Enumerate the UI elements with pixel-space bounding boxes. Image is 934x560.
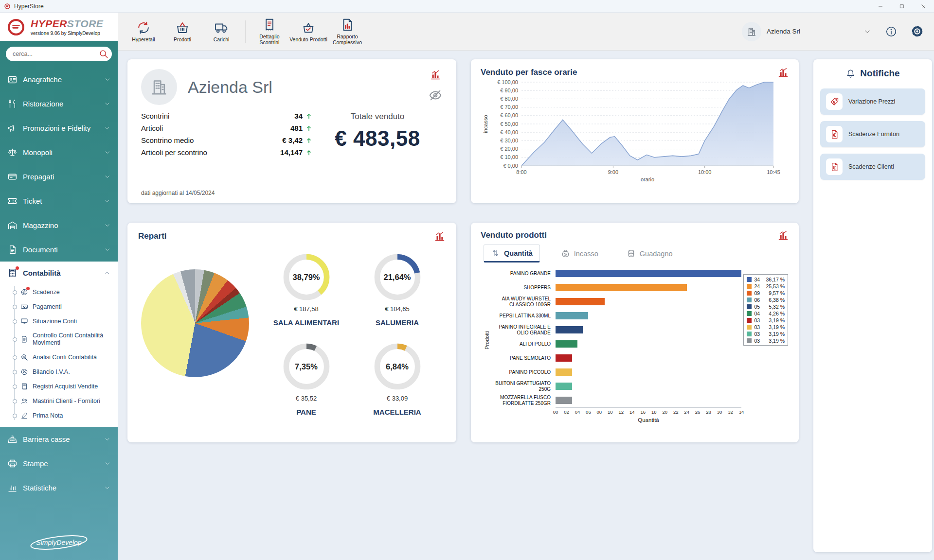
svg-text:€ 100,00: € 100,00 bbox=[497, 79, 518, 85]
sidebar-subitem-registri-acquisti-vendite[interactable]: Registri Acquisti Vendite bbox=[0, 379, 118, 394]
venduto-xticks: 000204060810121416182022242628303234 bbox=[556, 407, 741, 416]
sidebar-subitem-bilancio-i-v-a[interactable]: Bilancio I.V.A. bbox=[0, 365, 118, 379]
sidebar-item-promozioni-e-fidelity[interactable]: Promozioni e Fidelity bbox=[0, 116, 118, 140]
notification-variazione-prezzi[interactable]: Variazione Prezzi bbox=[820, 88, 925, 115]
chevron-down-icon[interactable] bbox=[863, 28, 871, 35]
toolbar-button-carichi[interactable]: Carichi bbox=[202, 20, 240, 42]
tab-incasso[interactable]: Incasso bbox=[554, 245, 606, 262]
sidebar-subitem-prima-nota[interactable]: Prima Nota bbox=[0, 408, 118, 423]
toolbar-button-venduto-prodotti[interactable]: Venduto Prodotti bbox=[289, 20, 327, 42]
y-axis-label: Prodotti bbox=[484, 331, 490, 350]
up-arrow-icon bbox=[305, 112, 312, 120]
company-avatar bbox=[141, 69, 177, 105]
chevron-down-icon bbox=[104, 101, 110, 107]
chart-icon[interactable] bbox=[434, 230, 446, 242]
legend-row: 033,19 % bbox=[747, 337, 785, 344]
bar bbox=[556, 312, 588, 319]
chevron-down-icon bbox=[104, 125, 110, 131]
reparti-card: Reparti 38,79%€ 187,58SALA ALIMENTARI21,… bbox=[127, 223, 456, 442]
contabilita-icon bbox=[7, 268, 18, 278]
sidebar-subitem-situazione-conti[interactable]: Situazione Conti bbox=[0, 314, 118, 329]
tab-guadagno[interactable]: Guadagno bbox=[619, 245, 680, 262]
legend-swatch bbox=[747, 277, 752, 282]
sidebar-section-contabilita: ContabilitàScadenzePagamentiSituazione C… bbox=[0, 262, 118, 427]
sidebar-item-ticket[interactable]: Ticket bbox=[0, 189, 118, 213]
sidebar-item-statistiche[interactable]: Statistiche bbox=[0, 475, 118, 500]
info-icon[interactable] bbox=[885, 25, 898, 38]
notification-scadenze-fornitori[interactable]: Scadenze Fornitori bbox=[820, 121, 925, 147]
window-title: HyperStore bbox=[14, 3, 44, 10]
total-venduto: Totale venduto € 483,58 bbox=[312, 112, 443, 157]
simplydevelop-logo: SimplyDevelop bbox=[0, 528, 118, 560]
legend-row: 044,26 % bbox=[747, 310, 785, 316]
sidebar-item-magazzino[interactable]: Magazzino bbox=[0, 213, 118, 237]
stat-row-articoli-per-scontrino: Articoli per scontrino14,147 bbox=[141, 148, 312, 157]
donut-percentage: 38,79% bbox=[281, 252, 332, 302]
chevron-down-icon bbox=[104, 246, 110, 253]
sidebar-item-monopoli[interactable]: Monopoli bbox=[0, 140, 118, 164]
chart-icon[interactable] bbox=[430, 69, 441, 81]
reparti-donut-pane: 7,35%€ 35,52PANE bbox=[264, 341, 349, 416]
sidebar-subitem-mastrini-clienti-fornitori[interactable]: Mastrini Clienti - Fornitori bbox=[0, 394, 118, 408]
legend-row: 033,19 % bbox=[747, 317, 785, 323]
x-tick: 08 bbox=[597, 409, 602, 415]
analisi-conti-icon bbox=[20, 353, 28, 361]
notification-scadenze-clienti[interactable]: Scadenze Clienti bbox=[820, 154, 925, 180]
chart-icon[interactable] bbox=[777, 229, 789, 241]
eye-off-icon[interactable] bbox=[428, 88, 443, 103]
toolbar-button-rapporto-complessivo[interactable]: Rapporto Complessivo bbox=[328, 18, 366, 45]
dettaglio-scontrini-icon bbox=[262, 18, 277, 32]
toolbar-button-dettaglio-scontrini[interactable]: Dettaglio Scontrini bbox=[251, 18, 288, 45]
company-selector[interactable]: Azienda Srl bbox=[742, 22, 800, 41]
search-input[interactable] bbox=[6, 47, 112, 61]
sidebar-item-barriera-casse[interactable]: Barriera casse bbox=[0, 427, 118, 451]
sidebar-item-contabilit[interactable]: Contabilità bbox=[0, 262, 118, 284]
reparti-pie-chart bbox=[141, 269, 249, 377]
legend-row: 055,32 % bbox=[747, 303, 785, 310]
magazzino-icon bbox=[7, 220, 18, 230]
sidebar-subitem-pagamenti[interactable]: Pagamenti bbox=[0, 299, 118, 314]
tab-quantit[interactable]: Quantità bbox=[484, 245, 540, 262]
sidebar-subitem-controllo-conti-contabilit-movimenti[interactable]: Controllo Conti Contabilità Movimenti bbox=[0, 329, 118, 350]
svg-text:9:00: 9:00 bbox=[608, 169, 618, 175]
sidebar-subitem-scadenze[interactable]: Scadenze bbox=[0, 285, 118, 299]
svg-text:€ 80,00: € 80,00 bbox=[500, 96, 518, 102]
legend-swatch bbox=[747, 318, 752, 323]
gear-icon[interactable] bbox=[910, 24, 924, 38]
donut-amount: € 33,09 bbox=[387, 395, 408, 402]
search-icon[interactable] bbox=[98, 49, 109, 59]
stampe-icon bbox=[7, 458, 18, 469]
toolbar-button-hyperetail[interactable]: Hyperetail bbox=[125, 20, 162, 42]
scadenze-icon bbox=[20, 288, 28, 296]
toolbar-button-prodotti[interactable]: Prodotti bbox=[163, 20, 201, 42]
chevron-down-icon bbox=[104, 436, 110, 442]
minimize-button[interactable] bbox=[870, 0, 891, 12]
legend-swatch bbox=[747, 291, 752, 296]
sidebar-item-ristorazione[interactable]: Ristorazione bbox=[0, 91, 118, 116]
chart-icon[interactable] bbox=[777, 67, 789, 78]
sidebar-item-anagrafiche[interactable]: Anagrafiche bbox=[0, 67, 118, 91]
svg-text:€ 0,00: € 0,00 bbox=[503, 163, 518, 169]
hyperetail-icon bbox=[136, 20, 151, 35]
venduto-bar-chart: Prodotti PANINO GRANDESHOPPERSAIA WUDY W… bbox=[481, 266, 789, 436]
pagamenti-icon bbox=[20, 303, 28, 311]
sidebar-item-prepagati[interactable]: Prepagati bbox=[0, 164, 118, 189]
brand-subtitle: versione 9.06 by SimplyDevelop bbox=[31, 31, 103, 36]
close-button[interactable] bbox=[913, 0, 934, 12]
donut-percentage: 7,35% bbox=[281, 341, 332, 392]
maximize-icon bbox=[899, 3, 905, 9]
sidebar-item-documenti[interactable]: Documenti bbox=[0, 237, 118, 262]
legend-row: 3436,17 % bbox=[747, 276, 785, 282]
prepagati-icon bbox=[7, 172, 18, 182]
bar bbox=[556, 397, 572, 404]
sidebar-item-stampe[interactable]: Stampe bbox=[0, 451, 118, 475]
venduto-legend: 3436,17 %2425,53 %099,57 %066,38 %055,32… bbox=[743, 274, 788, 346]
notifications-title: Notifiche bbox=[860, 68, 899, 79]
maximize-button[interactable] bbox=[891, 0, 913, 12]
sidebar-subitem-analisi-conti-contabilit[interactable]: Analisi Conti Contabilità bbox=[0, 350, 118, 365]
venduto-prodotti-card: Venduto prodotti QuantitàIncassoGuadagno… bbox=[471, 223, 799, 442]
reparti-donut-sala-alimentari: 38,79%€ 187,58SALA ALIMENTARI bbox=[264, 252, 349, 327]
svg-text:8:00: 8:00 bbox=[516, 169, 526, 175]
fasce-orarie-title: Venduto per fasce orarie bbox=[481, 68, 577, 77]
stat-row-scontrini: Scontrini34 bbox=[141, 112, 312, 120]
